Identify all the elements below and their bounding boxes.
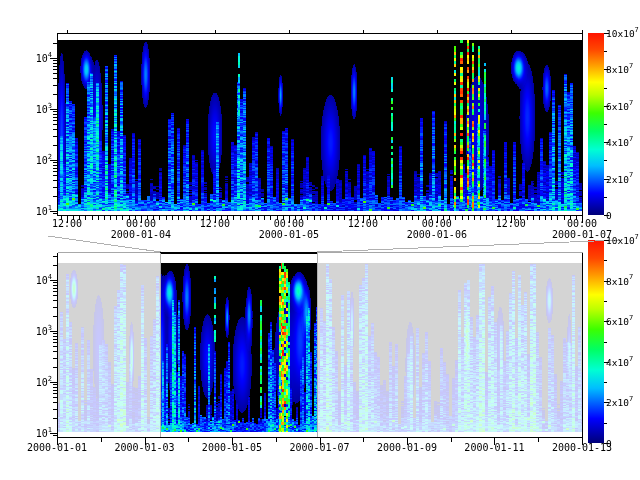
x-tick-date-label: 2000-01-09 xyxy=(377,442,437,453)
colorbar-label: 0 xyxy=(606,438,612,449)
x-tick-label: 12:00 xyxy=(200,218,230,229)
y-tick-label: 102 xyxy=(0,377,52,388)
x-tick-date-label: 2000-01-01 xyxy=(27,442,87,453)
x-tick-label: 00:00 xyxy=(567,218,597,229)
x-tick-label: 12:00 xyxy=(348,218,378,229)
x-tick-date-label: 2000-01-11 xyxy=(464,442,524,453)
colorbar-label: 8x107 xyxy=(606,64,633,75)
top-spectrogram-canvas xyxy=(57,40,582,211)
colorbar-label: 0 xyxy=(606,210,612,221)
colorbar-label: 2x107 xyxy=(606,173,633,184)
x-tick-date-label: 2000-01-03 xyxy=(114,442,174,453)
y-tick-label: 101 xyxy=(0,428,52,439)
colorbar-label: 2x107 xyxy=(606,397,633,408)
x-tick-date-label: 2000-01-07 xyxy=(552,229,612,240)
x-tick-date-label: 2000-01-06 xyxy=(407,229,467,240)
colorbar-label: 4x107 xyxy=(606,137,633,148)
plot-window: 12:0000:002000-01-0412:0000:002000-01-05… xyxy=(0,0,640,480)
x-tick-date-label: 2000-01-13 xyxy=(552,442,612,453)
colorbar-label: 6x107 xyxy=(606,316,633,327)
x-tick-label: 00:00 xyxy=(422,218,452,229)
x-tick-date-label: 2000-01-07 xyxy=(289,442,349,453)
y-tick-label: 103 xyxy=(0,326,52,337)
bottom-spectrogram-canvas xyxy=(57,263,582,432)
y-tick-label: 102 xyxy=(0,155,52,166)
y-tick-label: 104 xyxy=(0,275,52,286)
x-tick-date-label: 2000-01-04 xyxy=(111,229,171,240)
bottom-colorbar xyxy=(588,240,604,443)
y-tick-label: 103 xyxy=(0,104,52,115)
colorbar-label: 6x107 xyxy=(606,100,633,111)
colorbar-label: 4x107 xyxy=(606,356,633,367)
x-tick-label: 00:00 xyxy=(126,218,156,229)
colorbar-label: 10x107 xyxy=(606,235,639,246)
connector-line-right xyxy=(317,240,620,252)
y-tick-label: 104 xyxy=(0,53,52,64)
colorbar-label: 10x107 xyxy=(606,28,639,39)
x-tick-label: 12:00 xyxy=(52,218,82,229)
x-tick-label: 00:00 xyxy=(274,218,304,229)
x-tick-date-label: 2000-01-05 xyxy=(202,442,262,453)
y-tick-label: 101 xyxy=(0,206,52,217)
colorbar-label: 8x107 xyxy=(606,275,633,286)
connector-line-left xyxy=(48,236,161,252)
x-tick-date-label: 2000-01-05 xyxy=(259,229,319,240)
x-tick-label: 12:00 xyxy=(496,218,526,229)
top-colorbar xyxy=(588,33,604,215)
